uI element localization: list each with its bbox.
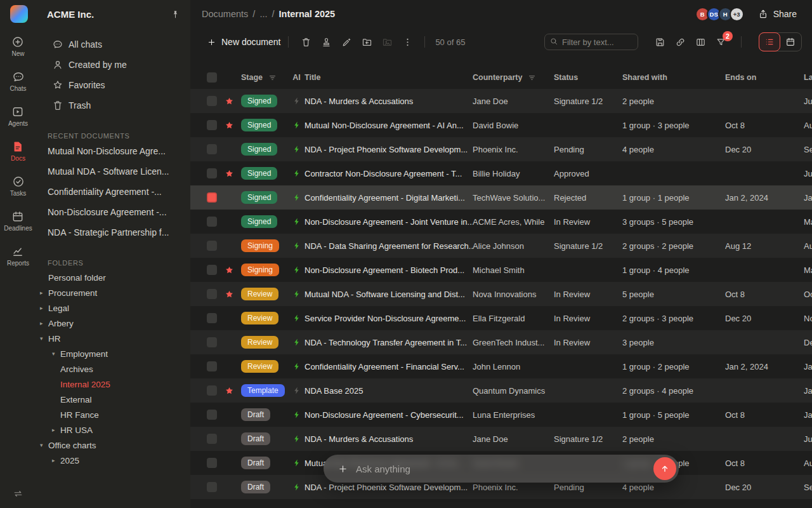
rail-item-deadlines[interactable]: Deadlines: [4, 210, 32, 232]
avatar[interactable]: +3: [730, 7, 744, 22]
ask-anything-placeholder[interactable]: Ask anything: [356, 464, 410, 474]
folder-item-personal-folder[interactable]: Personal folder: [36, 270, 190, 285]
table-row[interactable]: SignedMutual Non-Disclosure Agreement - …: [190, 113, 812, 137]
calendar-view-button[interactable]: [780, 33, 801, 51]
table-row[interactable]: TemplateNDA Base 2025Quantum Dynamics2 g…: [190, 378, 812, 403]
folder-item-arbery[interactable]: ▸Arbery: [36, 316, 190, 331]
columns-button[interactable]: [691, 32, 710, 51]
ask-anything-bar[interactable]: Ask anything: [324, 455, 679, 483]
chevron-down-icon[interactable]: ▾: [40, 442, 48, 448]
chevron-down-icon[interactable]: ▾: [52, 351, 60, 357]
row-checkbox[interactable]: [207, 96, 217, 106]
table-row[interactable]: SignedContractor Non-Disclosure Agreemen…: [190, 161, 812, 185]
row-checkbox[interactable]: [207, 361, 217, 371]
star-icon[interactable]: [225, 265, 234, 275]
avatar-stack[interactable]: BDSH+3: [695, 7, 744, 22]
table-row[interactable]: SignedNDA - Murders & AccusationsJane Do…: [190, 89, 812, 113]
table-row[interactable]: SignedNon-Disclosure Agreement - Joint V…: [190, 210, 812, 234]
workspace-logo[interactable]: [10, 5, 28, 23]
list-view-button[interactable]: [759, 32, 780, 51]
table-row[interactable]: ReviewConfidentiality Agreement - Financ…: [190, 354, 812, 378]
send-button[interactable]: [653, 457, 676, 480]
link-button[interactable]: [671, 32, 690, 51]
filter-icon[interactable]: [268, 74, 277, 82]
recent-doc-item[interactable]: Non-Disclosure Agreement -...: [36, 202, 190, 222]
row-checkbox[interactable]: [207, 217, 217, 227]
search-input[interactable]: [544, 34, 638, 50]
folder-item-procurement[interactable]: ▸Procurement: [36, 285, 190, 300]
star-icon[interactable]: [225, 169, 234, 178]
chevron-right-icon[interactable]: ▸: [52, 457, 60, 464]
folder-item-legal[interactable]: ▸Legal: [36, 300, 190, 316]
sidebar-item-favorites[interactable]: Favorites: [36, 75, 190, 95]
row-checkbox[interactable]: [207, 482, 217, 492]
breadcrumb-ellipsis[interactable]: ...: [259, 9, 267, 19]
ai-pen-button[interactable]: [337, 32, 356, 51]
recent-doc-item[interactable]: Confidentiality Agreement -...: [36, 182, 190, 202]
table-row[interactable]: ReviewService Provider Non-Disclosure Ag…: [190, 306, 812, 330]
folder-move-button[interactable]: [357, 32, 376, 51]
table-row[interactable]: ReviewMutual NDA - Software Licensing an…: [190, 282, 812, 306]
rail-item-reports[interactable]: Reports: [7, 245, 29, 267]
share-button[interactable]: Share: [758, 9, 797, 19]
star-icon[interactable]: [225, 97, 234, 106]
attach-plus-icon[interactable]: [337, 464, 348, 474]
folder-item-2025[interactable]: ▸2025: [36, 453, 190, 468]
star-icon[interactable]: [225, 290, 234, 299]
filter-icon[interactable]: [528, 74, 536, 82]
table-row[interactable]: SignedNDA - Project Phoenix Software Dev…: [190, 137, 812, 161]
rail-item-new[interactable]: New: [11, 36, 24, 57]
row-checkbox[interactable]: [207, 410, 217, 420]
row-checkbox[interactable]: [207, 120, 217, 130]
save-button[interactable]: [650, 32, 669, 51]
chevron-right-icon[interactable]: ▸: [40, 320, 48, 326]
col-header-ai[interactable]: AI: [289, 73, 304, 82]
new-document-button[interactable]: New document: [207, 37, 280, 47]
table-row[interactable]: ReviewNDA - Technology Transfer Agreemen…: [190, 330, 812, 354]
row-checkbox[interactable]: [207, 289, 217, 299]
collapse-rail-button[interactable]: [0, 488, 36, 499]
row-checkbox[interactable]: [207, 385, 217, 396]
col-header-title[interactable]: Title: [304, 73, 473, 82]
col-header-shared-with[interactable]: Shared with: [622, 73, 725, 82]
recent-doc-item[interactable]: Mutual NDA - Software Licen...: [36, 161, 190, 182]
recent-doc-item[interactable]: NDA - Strategic Partnership f...: [36, 222, 190, 243]
folder-item-hr-fance[interactable]: HR Fance: [36, 407, 190, 422]
sidebar-item-all-chats[interactable]: All chats: [36, 34, 190, 55]
folder-item-hr[interactable]: ▾HR: [36, 331, 190, 346]
pin-sidebar-button[interactable]: [171, 10, 180, 19]
folder-item-employment[interactable]: ▾Employment: [36, 346, 190, 361]
row-checkbox[interactable]: [207, 337, 217, 347]
funnel-button[interactable]: 2: [711, 32, 730, 51]
sidebar-item-trash[interactable]: Trash: [36, 95, 190, 116]
col-header-counterparty[interactable]: Counterparty: [473, 73, 554, 82]
row-checkbox[interactable]: [207, 144, 217, 154]
rail-item-tasks[interactable]: Tasks: [10, 175, 27, 197]
rail-item-chats[interactable]: Chats: [10, 70, 26, 92]
recent-doc-item[interactable]: Mutual Non-Disclosure Agre...: [36, 141, 190, 161]
folder-item-external[interactable]: External: [36, 392, 190, 407]
kebab-button[interactable]: [398, 32, 417, 51]
breadcrumb-root[interactable]: Documents: [202, 9, 248, 19]
table-row[interactable]: DraftNon-Disclosure Agreement - Cybersec…: [190, 403, 812, 427]
col-header-last[interactable]: La: [804, 73, 812, 82]
row-checkbox[interactable]: [207, 458, 217, 468]
chevron-right-icon[interactable]: ▸: [52, 427, 60, 433]
row-checkbox[interactable]: [207, 265, 217, 275]
row-checkbox[interactable]: [207, 241, 217, 251]
star-icon[interactable]: [225, 386, 234, 396]
select-all-checkbox[interactable]: [207, 72, 217, 83]
folder-item-hr-usa[interactable]: ▸HR USA: [36, 422, 190, 438]
rail-item-agents[interactable]: Agents: [8, 105, 28, 127]
row-checkbox[interactable]: [207, 192, 217, 203]
trash-button[interactable]: [296, 32, 315, 51]
table-row[interactable]: DraftNDA - Murders & AccusationsJane Doe…: [190, 427, 812, 451]
col-header-stage[interactable]: Stage: [241, 73, 289, 82]
table-row[interactable]: SigningNon-Disclosure Agreement - Biotec…: [190, 258, 812, 282]
folder-item-internal-2025[interactable]: Internal 2025: [36, 377, 190, 392]
row-checkbox[interactable]: [207, 434, 217, 444]
star-icon[interactable]: [225, 121, 234, 130]
chevron-right-icon[interactable]: ▸: [40, 305, 48, 311]
stamp-button[interactable]: [317, 32, 336, 51]
row-checkbox[interactable]: [207, 313, 217, 323]
